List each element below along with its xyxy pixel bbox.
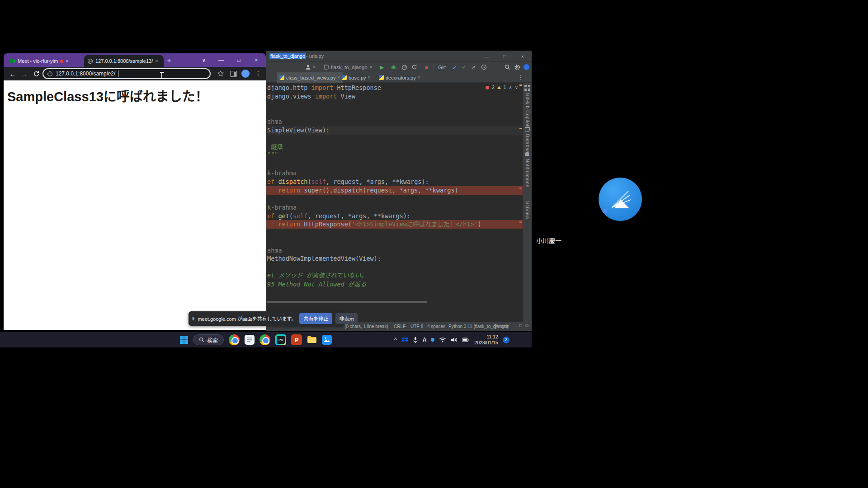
caret-info[interactable]: (0 chars, 1 line break)	[344, 324, 388, 329]
address-bar[interactable]: 127.0.0.1:8000/sample2/	[42, 68, 211, 79]
code-line[interactable]: ahma	[266, 246, 523, 255]
git-push-button[interactable]: ↗	[471, 62, 476, 72]
close-tab-icon[interactable]: ×	[418, 75, 420, 80]
account-avatar-icon[interactable]	[524, 62, 529, 72]
notification-count-badge[interactable]: 2	[503, 337, 509, 343]
status-dot-icon[interactable]	[431, 338, 434, 342]
git-branch-indicator[interactable]: main	[494, 324, 509, 329]
notifications-bell-icon[interactable]	[524, 150, 530, 159]
editor-tab-decorators[interactable]: decorators.py ×	[376, 72, 423, 83]
tool-window-notifications[interactable]: Notifications	[525, 159, 530, 188]
chrome-menu-button[interactable]: ⋮	[253, 67, 264, 80]
participant-tile[interactable]: 小川慶一	[532, 149, 709, 249]
code-line[interactable]: ef get(self, request, *args, **kwargs):	[266, 212, 523, 221]
profile-avatar[interactable]	[240, 67, 251, 80]
wifi-icon[interactable]	[439, 337, 446, 343]
site-info-globe-icon[interactable]	[47, 71, 53, 77]
close-tab-icon[interactable]: ×	[66, 58, 68, 64]
pycharm-minimize-button[interactable]: —	[477, 51, 495, 62]
notepad-taskbar-icon[interactable]	[245, 335, 255, 345]
notifications-icon[interactable]	[525, 324, 528, 327]
database-icon[interactable]	[524, 126, 530, 134]
editor-tab-class-based-views[interactable]: class_based_views.py ×	[277, 72, 343, 83]
code-editor[interactable]: 2 1 ∧ ∨ django.http import HttpResponsed…	[266, 83, 523, 322]
ime-indicator[interactable]: A	[423, 337, 427, 343]
code-line[interactable]: MethodNowImplementedView(View):	[266, 254, 523, 263]
pycharm-maximize-button[interactable]: □	[495, 51, 514, 62]
chrome-taskbar-icon[interactable]	[229, 334, 240, 345]
code-line[interactable]: """	[266, 150, 523, 159]
code-line[interactable]: ahma	[266, 117, 523, 126]
code-line[interactable]: ef dispatch(self, request, *args, **kwar…	[266, 178, 523, 186]
new-tab-button[interactable]: +	[163, 53, 175, 67]
tab-meet[interactable]: Meet - vio-rfur-yim ×	[6, 55, 81, 67]
profiler-button[interactable]	[401, 62, 407, 72]
plugins-grid-icon[interactable]	[524, 84, 530, 93]
run-button[interactable]: ▶	[380, 62, 384, 72]
settings-gear-icon[interactable]	[514, 62, 520, 72]
microphone-tray-icon[interactable]	[413, 337, 418, 343]
user-icon[interactable]	[305, 62, 311, 72]
pycharm-titlebar[interactable]: flask_to_django - urls.py — □ ×	[266, 51, 532, 62]
editor-tab-base[interactable]: base.py ×	[339, 72, 373, 83]
git-commit-button[interactable]: ✓	[462, 62, 466, 72]
chrome-maximize-button[interactable]: □	[230, 53, 247, 67]
code-line[interactable]: SimpleView(View):	[266, 126, 523, 135]
chrome-close-button[interactable]: ×	[248, 53, 265, 67]
stripe-warning-mark[interactable]	[519, 128, 522, 129]
git-update-button[interactable]: ↙	[452, 62, 457, 72]
reload-button[interactable]	[31, 67, 42, 80]
code-line[interactable]: 95 Method Not Allowed が返る	[266, 280, 523, 289]
indent-indicator[interactable]: 4 spaces	[427, 324, 445, 329]
code-line[interactable]: django.views import View	[266, 92, 523, 101]
stripe-error-mark[interactable]	[519, 188, 522, 189]
search-everywhere-icon[interactable]	[505, 62, 510, 72]
encoding-indicator[interactable]: UTF-8	[410, 324, 423, 329]
start-button[interactable]	[180, 336, 188, 344]
url-text[interactable]: 127.0.0.1:8000/sample2/	[56, 70, 115, 77]
stripe-warning-mark[interactable]	[519, 84, 522, 86]
code-line[interactable]: return HttpResponse('<h1>SimpleViewに呼ばれま…	[266, 220, 523, 229]
forward-button[interactable]: →	[19, 67, 30, 80]
inspection-widget[interactable]: 2 1 ∧ ∨	[486, 85, 518, 90]
rerun-button[interactable]	[411, 62, 417, 72]
next-problem-button[interactable]: ∨	[515, 85, 518, 90]
speaker-icon[interactable]	[451, 337, 458, 343]
chrome-taskbar-icon-2[interactable]	[259, 334, 270, 345]
stop-sharing-button[interactable]: 共有を停止	[299, 313, 332, 324]
tool-window-github-copilot[interactable]: GitHub Copilot	[525, 93, 530, 127]
tab-search-button[interactable]: ∨	[195, 53, 212, 67]
powerpoint-taskbar-icon[interactable]: P	[291, 334, 302, 345]
code-line[interactable]: return super().dispatch(request, *args, …	[266, 186, 523, 195]
chrome-minimize-button[interactable]: —	[212, 53, 230, 67]
debug-button[interactable]	[391, 62, 396, 72]
prev-problem-button[interactable]: ∧	[509, 85, 512, 90]
pycharm-taskbar-icon[interactable]: PC	[275, 334, 286, 345]
photos-taskbar-icon[interactable]	[322, 335, 332, 345]
dropbox-tray-icon[interactable]	[401, 337, 408, 343]
close-tab-icon[interactable]: ×	[368, 75, 371, 80]
run-configuration-select[interactable]: flask_to_django ∨	[324, 62, 372, 72]
pycharm-close-button[interactable]: ×	[514, 51, 532, 62]
side-panel-icon[interactable]	[228, 67, 239, 80]
extensions-icon[interactable]	[215, 67, 226, 80]
battery-icon[interactable]	[462, 338, 470, 342]
tray-expand-button[interactable]: ^	[394, 337, 397, 343]
hide-banner-button[interactable]: 非表示	[335, 313, 358, 324]
stop-button[interactable]: ■	[425, 62, 428, 72]
line-ending-indicator[interactable]: CRLF	[394, 324, 406, 329]
lock-icon[interactable]	[519, 324, 522, 327]
tab-overflow-menu[interactable]: ⋮	[515, 72, 526, 83]
history-icon[interactable]	[481, 62, 487, 72]
horizontal-scrollbar[interactable]	[267, 301, 427, 303]
tab-localhost[interactable]: 127.0.0.1:8000/sample13/ ×	[84, 55, 164, 67]
close-tab-icon[interactable]: ×	[155, 58, 158, 64]
code-line[interactable]: django.http import HttpResponse	[266, 84, 523, 92]
code-line[interactable]: et メソッド が実装されていない。	[266, 271, 523, 280]
taskbar-search[interactable]: 検索	[193, 334, 224, 345]
taskbar-clock[interactable]: 11:12 2023/01/15	[474, 334, 498, 346]
code-line[interactable]: k-brahma	[266, 169, 523, 178]
file-explorer-taskbar-icon[interactable]	[307, 336, 317, 344]
stripe-error-mark[interactable]	[519, 221, 522, 223]
back-button[interactable]: ←	[7, 67, 18, 80]
